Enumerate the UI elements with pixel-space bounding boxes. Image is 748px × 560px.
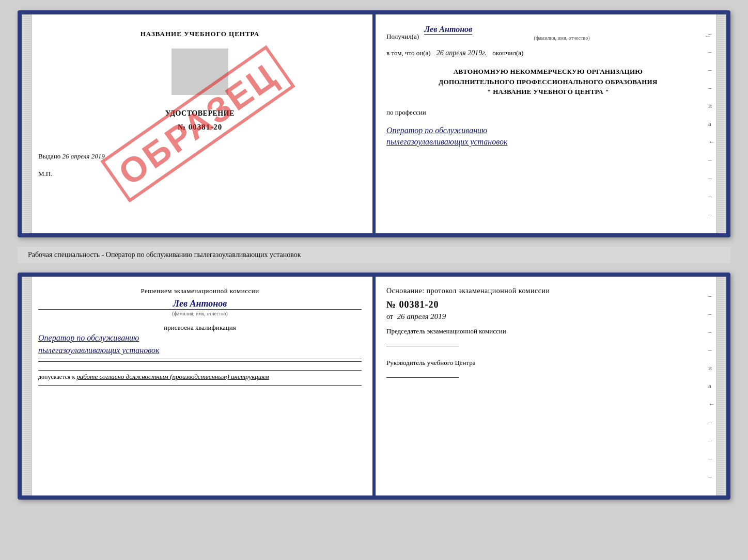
- допускается-value: работе согласно должностным (производств…: [76, 373, 269, 380]
- left-page-content: НАЗВАНИЕ УЧЕБНОГО ЦЕНТРА УДОСТОВЕРЕНИЕ №…: [38, 25, 362, 223]
- blank-line-1: [38, 359, 362, 359]
- bottom-person-name: Лев Антонов: [38, 298, 362, 310]
- qualification-value-block: Оператор по обслуживанию пылегазоулавлив…: [38, 332, 362, 357]
- photo-placeholder: [172, 49, 228, 95]
- completed-label: окончил(а): [492, 49, 523, 57]
- head-sig-line: [386, 377, 459, 378]
- in-that-prefix: в том, что он(а): [386, 49, 431, 57]
- basis-label: Основание: протокол экзаменационной коми…: [386, 287, 710, 295]
- cert-label: УДОСТОВЕРЕНИЕ: [38, 109, 362, 118]
- bottom-right-side-dashes: – – – – и а ← – – – –: [708, 292, 715, 479]
- profession-line2: пылегазоулавливающих установок: [386, 136, 710, 148]
- head-label: Руководитель учебного Центра: [386, 359, 710, 367]
- right-page-content: Получил(а) Лев Антонов (фамилия, имя, от…: [386, 25, 710, 148]
- chairman-label: Председатель экзаменационной комиссии: [386, 327, 710, 335]
- middle-strip: Рабочая специальность - Оператор по обсл…: [18, 247, 730, 263]
- org-title: НАЗВАНИЕ УЧЕБНОГО ЦЕНТРА: [38, 30, 362, 38]
- bottom-person-block: Лев Антонов (фамилия, имя, отчество): [38, 298, 362, 316]
- qualification-line2: пылегазоулавливающих установок: [38, 344, 362, 357]
- issued-date: 26 апреля 2019: [63, 152, 105, 160]
- commission-text: Решением экзаменационной комиссии: [38, 287, 362, 295]
- recipient-name: Лев Антонов: [424, 25, 472, 35]
- bottom-left-page: Решением экзаменационной комиссии Лев Ан…: [22, 277, 374, 495]
- fio-hint-top: (фамилия, имя, отчество): [424, 35, 699, 41]
- profession-label: по профессии: [386, 108, 710, 117]
- completed-date: 26 апреля 2019г.: [437, 49, 487, 57]
- допускается-label: допускается к: [38, 373, 75, 380]
- qualification-label: присвоена квалификация: [38, 324, 362, 332]
- bottom-right-content: Основание: протокол экзаменационной коми…: [386, 287, 710, 378]
- date-prefix: от: [386, 313, 393, 321]
- chairman-sig-line: [386, 346, 459, 346]
- top-certificate-book: НАЗВАНИЕ УЧЕБНОГО ЦЕНТРА УДОСТОВЕРЕНИЕ №…: [18, 10, 730, 237]
- protocol-number: № 00381-20: [386, 299, 710, 310]
- bottom-fio-hint: (фамилия, имя, отчество): [38, 311, 362, 316]
- middle-strip-text: Рабочая специальность - Оператор по обсл…: [28, 251, 301, 259]
- profession-text-block: Оператор по обслуживанию пылегазоулавлив…: [386, 123, 710, 148]
- org-line2: ДОПОЛНИТЕЛЬНОГО ПРОФЕССИОНАЛЬНОГО ОБРАЗО…: [386, 77, 710, 87]
- bottom-right-page: Основание: протокол экзаменационной коми…: [374, 277, 726, 495]
- org-line1: АВТОНОМНУЮ НЕКОММЕРЧЕСКУЮ ОРГАНИЗАЦИЮ: [386, 67, 710, 77]
- received-prefix: Получил(а): [386, 33, 419, 41]
- chairman-block: Председатель экзаменационной комиссии: [386, 327, 710, 346]
- head-block: Руководитель учебного Центра: [386, 359, 710, 378]
- bottom-certificate-book: Решением экзаменационной комиссии Лев Ан…: [18, 273, 730, 500]
- qualification-line1: Оператор по обслуживанию: [38, 332, 362, 344]
- bottom-left-content: Решением экзаменационной комиссии Лев Ан…: [38, 287, 362, 388]
- protocol-date: 26 апреля 2019: [397, 312, 446, 321]
- right-side-dashes: – – – – и а ← – – – –: [708, 30, 715, 217]
- org-block: АВТОНОМНУЮ НЕКОММЕРЧЕСКУЮ ОРГАНИЗАЦИЮ ДО…: [386, 67, 710, 97]
- profession-line1: Оператор по обслуживанию: [386, 125, 710, 136]
- recipient-line: Получил(а) Лев Антонов (фамилия, имя, от…: [386, 25, 710, 41]
- допускается-block: допускается к работе согласно должностны…: [38, 370, 362, 381]
- in-that-line: в том, что он(а) 26 апреля 2019г. окончи…: [386, 49, 710, 57]
- org-line3: " НАЗВАНИЕ УЧЕБНОГО ЦЕНТРА ": [386, 87, 710, 97]
- blank-line-2: [38, 361, 362, 362]
- top-right-page: Получил(а) Лев Антонов (фамилия, имя, от…: [374, 14, 726, 233]
- mp-label: М.П.: [38, 170, 362, 178]
- blank-line-3: [38, 385, 362, 386]
- issued-line: Выдано 26 апреля 2019: [38, 152, 362, 161]
- protocol-date-line: от 26 апреля 2019: [386, 312, 710, 321]
- top-left-page: НАЗВАНИЕ УЧЕБНОГО ЦЕНТРА УДОСТОВЕРЕНИЕ №…: [22, 14, 374, 233]
- issued-label: Выдано: [38, 152, 60, 160]
- cert-number: № 00381-20: [38, 123, 362, 132]
